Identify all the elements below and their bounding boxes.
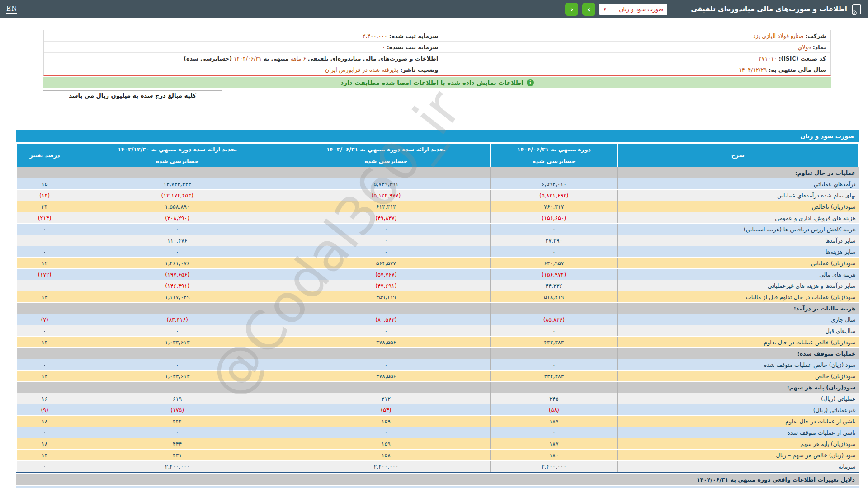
value-cell: ۱۴	[17, 450, 73, 461]
value-cell: ۶۱۴,۴۱۴	[282, 201, 491, 212]
company-info-cell: سال مالی منتهی به: ۱۴۰۴/۱۲/۲۹	[443, 64, 830, 75]
value-cell: ۲,۴۰۰,۰۰۰	[491, 461, 618, 472]
value-cell: ۴۴,۲۳۶	[491, 280, 618, 291]
value-cell: (۲۰۸,۲۹۰)	[73, 212, 282, 224]
value-cell: (۲۱۴)	[17, 212, 73, 224]
signature-match-text: اطلاعات نمایش داده شده با اطلاعات امضا ش…	[340, 79, 524, 86]
audited-label: حسابرسی شده	[282, 155, 491, 167]
top-navigation-bar: اطلاعات و صورت‌های مالی میاندوره‌ای تلفی…	[0, 0, 868, 18]
row-description: عملياتي (ريال)	[618, 393, 859, 404]
column-header-change-percent: درصد تغییر	[17, 144, 73, 167]
section-header-row: عملیات در حال تداوم:	[17, 167, 859, 178]
company-info-cell: اطلاعات و صورت‌های مالی میاندوره‌ای تلفی…	[44, 53, 443, 64]
row-description: سال جاري	[618, 314, 859, 325]
table-row: عملياتي (ريال)۲۴۵۲۱۲۶۱۹۱۶	[17, 393, 859, 404]
column-header-current-period: دوره منتهي به ۱۴۰۴/۰۶/۳۱	[491, 144, 618, 155]
value-cell: ۳۷۸,۵۵۶	[282, 337, 491, 348]
table-row: سایر هزینه‌ها۰۰۰۰	[17, 246, 859, 258]
row-description: سایر هزینه‌ها	[618, 246, 859, 258]
statement-type-dropdown[interactable]: صورت سود و زیان ▾	[599, 4, 667, 15]
value-cell: ۰	[73, 224, 282, 235]
value-cell: ۱۵۹	[282, 416, 491, 427]
row-description: سال‌هاي قبل	[618, 325, 859, 337]
value-cell: ۰	[17, 224, 73, 235]
row-description: عملیات متوقف شده:	[618, 348, 859, 359]
row-description: بهای تمام شده درآمدهاي عملياتي	[618, 190, 859, 201]
previous-statement-button[interactable]: ‹	[565, 3, 578, 16]
table-row: سرمایه۲,۴۰۰,۰۰۰۲,۴۰۰,۰۰۰۲,۴۰۰,۰۰۰۰	[17, 461, 859, 472]
value-cell: ۰	[282, 235, 491, 246]
value-cell: ۱۴	[17, 371, 73, 382]
value-cell: ۰	[17, 325, 73, 337]
table-row: هزینه کاهش ارزش دریافتني ها (هزینه استثن…	[17, 224, 859, 235]
table-row: بهای تمام شده درآمدهاي عملياتي(۵,۸۳۱,۶۹۳…	[17, 190, 859, 201]
row-description: سود(زیان) پایه هر سهم:	[618, 382, 859, 393]
value-cell: ۰	[491, 224, 618, 235]
table-row: سود(زیان) عملیات در حال تداوم قبل از مال…	[17, 291, 859, 303]
value-cell: ۶۳۰,۹۵۷	[491, 258, 618, 269]
value-cell: ۰	[17, 246, 73, 258]
change-reasons-table: دلایل تغییرات اطلاعات واقعي دوره منتهي ب…	[16, 474, 859, 488]
value-cell: (۱۳,۱۷۴,۴۵۳)	[73, 190, 282, 201]
value-cell: ۰	[282, 427, 491, 438]
row-description: سایر درآمدها و هزینه های غیرعملیاتی	[618, 280, 859, 291]
value-cell: ۰	[282, 325, 491, 337]
page-title: اطلاعات و صورت‌های مالی میاندوره‌ای تلفی…	[691, 5, 847, 13]
value-cell: ۰	[491, 359, 618, 371]
row-description: سود(زیان) ناخالص	[618, 201, 859, 212]
company-info-cell: سرمایه ثبت شده: ۲,۴۰۰,۰۰۰	[44, 30, 443, 41]
column-header-description: شرح	[618, 144, 859, 167]
row-description: هزینه های فروش، اداری و عمومی	[618, 212, 859, 224]
table-row: سود(زیان) خالص عملیات در حال تداوم۴۳۲,۳۸…	[17, 337, 859, 348]
language-toggle-en[interactable]: EN	[6, 5, 17, 14]
company-info-row: نماد: فولايسرمایه ثبت نشده: ۰	[44, 42, 830, 53]
value-cell: (۵,۸۳۱,۶۹۳)	[491, 190, 618, 201]
value-cell: (۹)	[17, 404, 73, 416]
value-cell: ۲۷,۲۹۰	[491, 235, 618, 246]
change-reasons-header-current: دلایل تغییرات اطلاعات واقعي دوره منتهي ب…	[16, 474, 859, 486]
value-cell: ۵۱۸,۲۱۹	[491, 291, 618, 303]
value-cell: ۰	[282, 224, 491, 235]
value-cell: (۸۰,۵۶۳)	[282, 314, 491, 325]
value-cell: ۶۱۹	[73, 393, 282, 404]
row-description: درآمدهاي عملياتي	[618, 178, 859, 190]
value-cell: ۱۸۰	[491, 450, 618, 461]
row-description: عملیات در حال تداوم:	[618, 167, 859, 178]
value-cell: ۱۱۰,۴۷۶	[73, 235, 282, 246]
value-cell: ۰	[17, 359, 73, 371]
row-description: سود (زیان) خالص عملیات متوقف شده	[618, 359, 859, 371]
value-cell: ۱,۰۳۳,۶۱۳	[73, 337, 282, 348]
value-cell: ۶,۵۹۲,۰۱۰	[491, 178, 618, 190]
value-cell: ۰	[491, 427, 618, 438]
value-cell: ۰	[491, 246, 618, 258]
value-cell: ۱,۱۱۷,۰۲۹	[73, 291, 282, 303]
value-cell: ۱۲	[17, 258, 73, 269]
company-info-table: شرکت: صنایع فولاد آلیاژی یزدسرمایه ثبت ش…	[43, 30, 831, 76]
value-cell: ۰	[73, 359, 282, 371]
value-cell: ۱۵۸	[282, 450, 491, 461]
table-row: درآمدهاي عملياتي۶,۵۹۲,۰۱۰۵,۷۳۹,۳۹۱۱۴,۷۳۳…	[17, 178, 859, 190]
value-cell: ۴۴۴	[73, 438, 282, 450]
row-description: سود(زیان) خالص عملیات در حال تداوم	[618, 337, 859, 348]
value-cell: ۱۸	[17, 416, 73, 427]
value-cell: (۴۷,۶۹۱)	[282, 280, 491, 291]
row-description: سود (زیان) خالص هر سهم – ریال	[618, 450, 859, 461]
value-cell: ۱,۴۶۱,۰۷۶	[73, 258, 282, 269]
value-cell: ۱۸۷	[491, 438, 618, 450]
row-description: هزینه مالیات بر درآمد:	[618, 303, 859, 314]
table-row: هزینه های مالی(۱۵۶,۹۷۴)(۵۷,۷۶۷)(۱۹۷,۶۵۶)…	[17, 269, 859, 280]
value-cell: ۱۶	[17, 393, 73, 404]
value-cell: ۲۴۵	[491, 393, 618, 404]
value-cell: ۰	[73, 246, 282, 258]
next-statement-button[interactable]: ›	[582, 3, 595, 16]
value-cell: ۱۵۹	[282, 438, 491, 450]
table-row: سود (زیان) خالص عملیات متوقف شده۰۰۰۰	[17, 359, 859, 371]
row-description: غیرعملیاتي (ريال)	[618, 404, 859, 416]
change-reasons-row-prior: دلایل تغییرات اطلاعات واقعي دوره منتهي ب…	[16, 486, 859, 488]
value-cell: ۴۵۹,۱۱۹	[282, 291, 491, 303]
column-header-restated-prior-year: تجدید ارائه شده دوره منتهي به ۱۴۰۳/۱۲/۳۰	[73, 144, 282, 155]
value-cell: ۱۴,۷۳۳,۳۴۳	[73, 178, 282, 190]
value-cell: ۲,۴۰۰,۰۰۰	[282, 461, 491, 472]
value-cell: ۱۸۷	[491, 416, 618, 427]
value-cell: (۱۴۶,۳۹۱)	[73, 280, 282, 291]
